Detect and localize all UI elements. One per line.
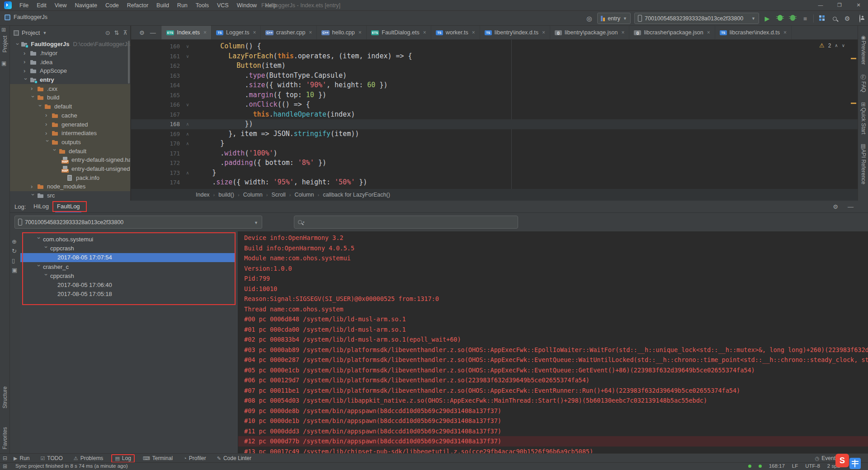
project-scrollbar[interactable] bbox=[128, 41, 130, 84]
breadcrumb-item[interactable]: Column bbox=[243, 192, 263, 198]
tree-item--idea[interactable]: ›.idea bbox=[10, 57, 130, 66]
close-icon[interactable]: × bbox=[542, 29, 545, 36]
hide-log-icon[interactable]: — bbox=[848, 201, 854, 213]
menu-view[interactable]: View bbox=[51, 0, 71, 11]
fold-marker-icon[interactable]: ∧ bbox=[184, 129, 192, 139]
fold-marker-icon[interactable]: ∧ bbox=[184, 168, 192, 178]
chevron-collapsed-icon[interactable]: › bbox=[24, 60, 28, 64]
account-avatar[interactable] bbox=[855, 15, 864, 22]
code-line-162[interactable]: 162 Button(item) bbox=[131, 61, 858, 71]
code-line-172[interactable]: 172 .padding({ bottom: '8%' }) bbox=[131, 158, 858, 168]
close-icon[interactable]: × bbox=[253, 29, 256, 36]
close-button[interactable]: ✕ bbox=[849, 0, 868, 11]
tree-item-appscope[interactable]: ›AppScope bbox=[10, 66, 130, 75]
prev-problem-icon[interactable]: ∧ bbox=[835, 43, 838, 48]
chevron-expanded-icon[interactable]: › bbox=[44, 246, 48, 251]
status-grid-icon[interactable]: ⊞ bbox=[3, 463, 7, 470]
module-selector[interactable]: entry ▼ bbox=[597, 13, 631, 24]
stripe-previewer-tab[interactable]: ◉Previewer bbox=[858, 34, 868, 66]
stripe-quick-start-tab[interactable]: ⊞Quick Start bbox=[858, 101, 868, 136]
chevron-collapsed-icon[interactable]: › bbox=[24, 51, 28, 56]
expand-collapse-icon[interactable]: ⇅ bbox=[114, 29, 119, 36]
run-button[interactable]: ▶ bbox=[763, 15, 772, 22]
file-encoding[interactable]: UTF-8 bbox=[805, 463, 820, 469]
fold-marker-icon[interactable]: ∨ bbox=[184, 100, 192, 110]
fault-item-cppcrash[interactable]: ›cppcrash bbox=[20, 244, 235, 253]
chevron-expanded-icon[interactable]: › bbox=[24, 78, 28, 82]
caret-position[interactable]: 168:17 bbox=[769, 463, 785, 469]
tree-item-entry-default-unsigned-hap[interactable]: entry-default-unsigned.hap bbox=[10, 164, 130, 174]
fold-marker-icon[interactable]: ∧ bbox=[184, 139, 192, 149]
code-line-170[interactable]: 170∧ } bbox=[131, 139, 858, 149]
fold-marker-icon[interactable]: ∧ bbox=[184, 119, 192, 129]
chevron-expanded-icon[interactable]: › bbox=[31, 193, 35, 198]
log-line[interactable]: #11 pc 0000ddd3 /system/bin/appspawn(b8d… bbox=[238, 426, 868, 437]
menu-refactor[interactable]: Refactor bbox=[123, 0, 152, 11]
log-line[interactable]: #06 pc 000129d7 /system/lib/platformsdk/… bbox=[238, 375, 868, 385]
menu-file[interactable]: File bbox=[15, 0, 33, 11]
chevron-expanded-icon[interactable]: › bbox=[37, 237, 41, 242]
chevron-collapsed-icon[interactable]: › bbox=[45, 122, 50, 127]
device-log-icon[interactable]: ▯ bbox=[12, 257, 15, 264]
log-line[interactable]: #12 pc 0000d77b /system/bin/appspawn(b8d… bbox=[238, 436, 868, 446]
tree-item--hvigor[interactable]: ›.hvigor bbox=[10, 49, 130, 58]
log-line[interactable]: #07 pc 00011be1 /system/lib/platformsdk/… bbox=[238, 385, 868, 396]
stripe-structure-tab[interactable]: Structure bbox=[2, 386, 8, 409]
tool-button-terminal[interactable]: ⌨Terminal bbox=[143, 455, 173, 461]
editor-tab-libentry-package-json[interactable]: {}libentry\package.json× bbox=[550, 26, 629, 39]
tree-item-node-modules[interactable]: ›node_modules bbox=[10, 182, 130, 191]
log-line[interactable]: Pid:799 bbox=[238, 273, 868, 284]
code-line-160[interactable]: 160∨ Column() { bbox=[131, 42, 858, 52]
log-line[interactable]: #00 pc 0006d848 /system/lib/ld-musl-arm.… bbox=[238, 314, 868, 324]
fault-log-output[interactable]: Device info:OpenHarmony 3.2Build info:Op… bbox=[238, 231, 868, 453]
editor-tab-logger-ts[interactable]: TSLogger.ts× bbox=[212, 26, 261, 39]
code-line-174[interactable]: 174 .size({ width: '95%', height: '50%' … bbox=[131, 178, 858, 188]
log-line[interactable]: #08 pc 00054d03 /system/lib/libappkit_na… bbox=[238, 395, 868, 406]
project-widget[interactable]: FaultloggerJs bbox=[5, 14, 47, 20]
menu-run[interactable]: Run bbox=[173, 0, 192, 11]
tool-switcher-icon[interactable]: ⊟ bbox=[3, 455, 7, 461]
line-separator[interactable]: LF bbox=[792, 463, 798, 469]
search-everywhere-icon[interactable] bbox=[830, 15, 839, 22]
scroll-warning-mark[interactable] bbox=[851, 58, 856, 59]
chevron-collapsed-icon[interactable]: › bbox=[45, 131, 50, 136]
menu-navigate[interactable]: Navigate bbox=[71, 0, 101, 11]
log-line[interactable]: #03 pc 0000ab89 /system/lib/platformsdk/… bbox=[238, 345, 868, 355]
code-line-167[interactable]: 167 this.handleOperate(index) bbox=[131, 110, 858, 120]
settings-target-icon[interactable]: ◎ bbox=[585, 15, 594, 22]
tree-item-outputs[interactable]: ›outputs bbox=[10, 138, 130, 147]
editor-tab-crasher-cpp[interactable]: C++crasher.cpp× bbox=[261, 26, 317, 39]
menu-window[interactable]: Window bbox=[233, 0, 261, 11]
code-line-169[interactable]: 169∧ }, item => JSON.stringify(item)) bbox=[131, 129, 858, 139]
log-settings-icon[interactable]: ⚙ bbox=[833, 201, 838, 213]
close-icon[interactable]: × bbox=[621, 29, 624, 36]
editor-tab-faultdialog-ets[interactable]: ETSFaultDialog.ets× bbox=[367, 26, 431, 39]
fold-marker-icon[interactable]: ∨ bbox=[184, 42, 192, 52]
ime-pinyin-icon[interactable] bbox=[849, 458, 861, 469]
chevron-collapsed-icon[interactable]: › bbox=[24, 69, 28, 73]
events-widget[interactable]: ◷ Events bbox=[815, 454, 838, 463]
stop-button[interactable]: ■ bbox=[801, 15, 810, 22]
tool-button-code-linter[interactable]: ✎Code Linter bbox=[217, 455, 251, 461]
stripe-faq-tab[interactable]: ⒻFAQ bbox=[858, 74, 868, 94]
minimize-button[interactable]: — bbox=[811, 0, 830, 11]
stripe-favorites-tab[interactable]: Favorites bbox=[2, 427, 8, 449]
fault-item-2017-08-05-17-05-18[interactable]: 2017-08-05 17:05:18 bbox=[20, 290, 235, 299]
breadcrumb-item[interactable]: callback for LazyForEach() bbox=[323, 192, 390, 198]
tool-button-log[interactable]: ▤Log bbox=[111, 454, 134, 463]
close-icon[interactable]: × bbox=[783, 29, 787, 36]
tree-item-entry-default-signed-hap[interactable]: entry-default-signed.hap bbox=[10, 155, 130, 164]
device-selector[interactable]: 7001005458323933328a013ce2f33800 ▼ bbox=[634, 13, 759, 24]
stripe-project-tab[interactable]: Project bbox=[2, 36, 8, 52]
tree-item-build[interactable]: ›build bbox=[10, 93, 130, 102]
code-line-163[interactable]: 163 .type(ButtonType.Capsule) bbox=[131, 71, 858, 81]
maximize-button[interactable]: ❐ bbox=[830, 0, 849, 11]
profile-debug-button[interactable] bbox=[788, 15, 797, 22]
tree-item-src[interactable]: ›src bbox=[10, 191, 130, 200]
inspection-widget[interactable]: ⚠ 2 ∧ ∨ bbox=[819, 42, 845, 49]
chevron-collapsed-icon[interactable]: › bbox=[45, 113, 50, 118]
chevron-expanded-icon[interactable]: › bbox=[45, 140, 50, 145]
menu-tools[interactable]: Tools bbox=[192, 0, 213, 11]
breadcrumb-item[interactable]: Index bbox=[196, 192, 210, 198]
editor-tab-index-ets[interactable]: ETSIndex.ets× bbox=[162, 26, 212, 39]
